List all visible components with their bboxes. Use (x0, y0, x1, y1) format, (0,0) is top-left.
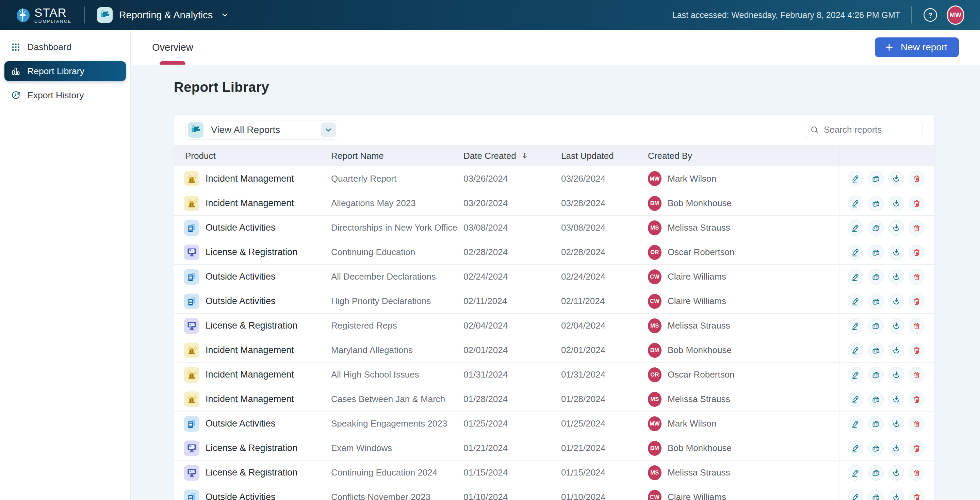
table-row[interactable]: Outside ActivitiesAll December Declarati… (174, 264, 934, 289)
license-registration-icon (184, 465, 199, 481)
column-header-last-updated[interactable]: Last Updated (561, 151, 648, 161)
delete-button[interactable] (909, 416, 924, 432)
download-button[interactable] (888, 440, 904, 456)
copy-button[interactable] (868, 171, 884, 186)
edit-button[interactable] (848, 269, 863, 285)
copy-button[interactable] (868, 489, 884, 500)
table-row[interactable]: License & RegistrationExam Windows01/21/… (174, 436, 934, 460)
copy-button[interactable] (868, 318, 884, 334)
download-button[interactable] (888, 465, 904, 481)
edit-button[interactable] (848, 416, 863, 432)
column-header-report-name[interactable]: Report Name (331, 151, 463, 161)
tab-overview[interactable]: Overview (150, 30, 195, 65)
download-button[interactable] (888, 416, 904, 432)
download-button[interactable] (888, 244, 904, 260)
sidebar-item-export-history[interactable]: Export History (5, 86, 126, 105)
column-header-created-by[interactable]: Created By (648, 151, 839, 161)
edit-button[interactable] (848, 465, 863, 481)
table-row[interactable]: Incident ManagementAllegations May 20230… (174, 191, 934, 215)
download-button[interactable] (888, 171, 904, 186)
app-switcher[interactable]: Reporting & Analytics (97, 7, 230, 23)
delete-button[interactable] (909, 244, 924, 260)
download-button[interactable] (888, 220, 904, 236)
copy-button[interactable] (868, 440, 884, 456)
product-cell: Incident Management (174, 367, 331, 383)
copy-button[interactable] (868, 294, 884, 309)
download-button[interactable] (888, 367, 904, 383)
delete-button[interactable] (909, 440, 924, 456)
download-button[interactable] (888, 392, 904, 407)
copy-icon (872, 224, 880, 232)
delete-button[interactable] (909, 269, 924, 285)
sort-desc-icon[interactable] (520, 152, 529, 160)
help-button[interactable]: ? (923, 8, 938, 22)
download-button[interactable] (888, 343, 904, 358)
report-name-cell: Directorships in New York Office (331, 222, 463, 233)
edit-button[interactable] (848, 318, 863, 334)
copy-button[interactable] (868, 269, 884, 285)
delete-button[interactable] (909, 171, 924, 186)
edit-button[interactable] (848, 244, 863, 260)
table-row[interactable]: Outside ActivitiesSpeaking Engagements 2… (174, 411, 934, 436)
copy-button[interactable] (868, 367, 884, 383)
table-row[interactable]: Outside ActivitiesHigh Priority Declarat… (174, 289, 934, 313)
table-row[interactable]: License & RegistrationRegistered Reps02/… (174, 313, 934, 338)
copy-button[interactable] (868, 392, 884, 407)
table-row[interactable]: License & RegistrationContinuing Educati… (174, 460, 934, 485)
table-row[interactable]: Incident ManagementAll High School Issue… (174, 362, 934, 387)
download-button[interactable] (888, 195, 904, 211)
download-button[interactable] (888, 489, 904, 500)
download-button[interactable] (888, 269, 904, 285)
edit-button[interactable] (848, 440, 863, 456)
product-name: Incident Management (205, 198, 294, 208)
edit-button[interactable] (848, 392, 863, 407)
delete-button[interactable] (909, 367, 924, 383)
user-avatar[interactable]: MW (947, 5, 964, 25)
search-input[interactable] (824, 124, 917, 135)
column-header-product[interactable]: Product (174, 151, 331, 161)
table-row[interactable]: Incident ManagementCases Between Jan & M… (174, 387, 934, 411)
copy-button[interactable] (868, 195, 884, 211)
table-row[interactable]: Incident ManagementMaryland Allegations0… (174, 338, 934, 362)
delete-button[interactable] (909, 220, 924, 236)
last-updated-cell: 03/26/2024 (561, 173, 648, 184)
copy-button[interactable] (868, 220, 884, 236)
table-row[interactable]: License & RegistrationContinuing Educati… (174, 240, 934, 264)
delete-button[interactable] (909, 465, 924, 481)
report-filter-chevron-button[interactable] (321, 122, 336, 137)
delete-button[interactable] (909, 489, 924, 500)
creator-name: Claire Williams (668, 492, 726, 500)
copy-button[interactable] (868, 343, 884, 358)
delete-button[interactable] (909, 195, 924, 211)
edit-button[interactable] (848, 220, 863, 236)
copy-button[interactable] (868, 465, 884, 481)
table-row[interactable]: Incident ManagementQuarterly Report03/26… (174, 166, 934, 191)
delete-button[interactable] (909, 343, 924, 358)
row-actions-cell (839, 216, 934, 240)
edit-button[interactable] (848, 367, 863, 383)
table-row[interactable]: Outside ActivitiesConflicts November 202… (174, 485, 934, 500)
new-report-button[interactable]: New report (875, 37, 959, 57)
outside-activities-icon (184, 489, 199, 500)
sidebar-item-dashboard[interactable]: Dashboard (5, 37, 126, 57)
edit-button[interactable] (848, 343, 863, 358)
delete-button[interactable] (909, 392, 924, 407)
edit-button[interactable] (848, 171, 863, 186)
last-updated-cell: 01/10/2024 (561, 492, 648, 500)
column-header-date-created[interactable]: Date Created (463, 151, 561, 161)
delete-button[interactable] (909, 294, 924, 309)
edit-button[interactable] (848, 489, 863, 500)
copy-button[interactable] (868, 416, 884, 432)
edit-button[interactable] (848, 195, 863, 211)
download-button[interactable] (888, 294, 904, 309)
report-filter-value: View All Reports (211, 124, 280, 135)
last-updated-cell: 01/21/2024 (561, 443, 648, 453)
edit-icon (851, 419, 860, 428)
copy-button[interactable] (868, 244, 884, 260)
sidebar-item-report-library[interactable]: Report Library (5, 61, 126, 81)
report-filter-dropdown[interactable]: View All Reports (185, 120, 338, 140)
download-button[interactable] (888, 318, 904, 334)
table-row[interactable]: Outside ActivitiesDirectorships in New Y… (174, 215, 934, 240)
edit-button[interactable] (848, 294, 863, 309)
delete-button[interactable] (909, 318, 924, 334)
